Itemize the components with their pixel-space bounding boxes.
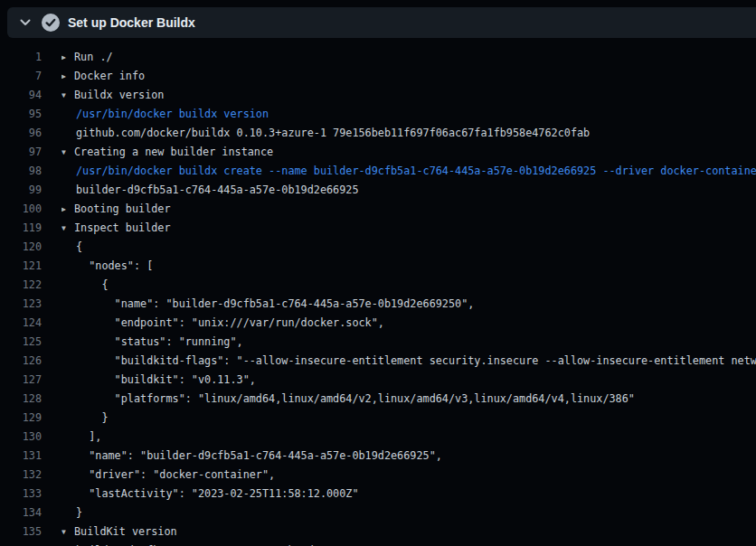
group-expanded-triangle-icon[interactable]: ▼ bbox=[61, 219, 74, 238]
line-number[interactable]: 129 bbox=[0, 409, 42, 428]
line-number[interactable]: 119 bbox=[0, 219, 42, 238]
command-text: /usr/bin/docker buildx version bbox=[61, 105, 756, 124]
log-line: 96 github.com/docker/buildx 0.10.3+azure… bbox=[0, 124, 756, 143]
line-number[interactable]: 127 bbox=[0, 371, 42, 390]
log-group-header[interactable]: ▶Docker info bbox=[61, 67, 756, 86]
log-line: 127 "buildkit": "v0.11.3", bbox=[0, 371, 756, 390]
log-line: 1 ▶Run ./ bbox=[0, 48, 756, 67]
group-title[interactable]: BuildKit version bbox=[74, 525, 177, 538]
log-line: 120 { bbox=[0, 238, 756, 257]
line-number[interactable]: 132 bbox=[0, 466, 42, 485]
log-line: 99 builder-d9cfb5a1-c764-445a-a57e-0b19d… bbox=[0, 181, 756, 200]
line-number[interactable]: 7 bbox=[0, 67, 42, 86]
line-number[interactable]: 130 bbox=[0, 428, 42, 447]
line-number[interactable]: 136 bbox=[0, 541, 42, 546]
group-title[interactable]: Run ./ bbox=[74, 51, 113, 63]
log-line: 121 "nodes": [ bbox=[0, 257, 756, 276]
line-number[interactable]: 133 bbox=[0, 485, 42, 504]
log-group-header[interactable]: ▶Run ./ bbox=[61, 48, 756, 67]
log-line: 125 "status": "running", bbox=[0, 333, 756, 352]
log-line: 135 ▼BuildKit version bbox=[0, 522, 756, 541]
success-check-icon bbox=[42, 14, 60, 32]
output-text: github.com/docker/buildx 0.10.3+azure-1 … bbox=[61, 124, 756, 143]
line-number[interactable]: 1 bbox=[0, 48, 42, 67]
line-number[interactable]: 98 bbox=[0, 162, 42, 181]
line-number[interactable]: 122 bbox=[0, 276, 42, 295]
log-area[interactable]: 1 ▶Run ./ 7 ▶Docker info 94 ▼Buildx vers… bbox=[0, 38, 756, 546]
group-expanded-triangle-icon[interactable]: ▼ bbox=[61, 86, 74, 105]
line-number[interactable]: 121 bbox=[0, 257, 42, 276]
line-number[interactable]: 123 bbox=[0, 295, 42, 314]
line-number[interactable]: 131 bbox=[0, 447, 42, 466]
log-line: 136 builder-d9cfb5a1-c764-445a-a57e-0b19… bbox=[0, 541, 756, 546]
output-text: "endpoint": "unix:///var/run/docker.sock… bbox=[61, 314, 756, 333]
line-number[interactable]: 99 bbox=[0, 181, 42, 200]
chevron-down-icon[interactable] bbox=[18, 15, 33, 30]
step-header[interactable]: Set up Docker Buildx bbox=[7, 7, 756, 38]
log-group-header[interactable]: ▼Inspect builder bbox=[61, 219, 756, 238]
output-text: } bbox=[61, 504, 756, 522]
output-text: "buildkitd-flags": "--allow-insecure-ent… bbox=[61, 352, 756, 371]
log-line: 122 { bbox=[0, 276, 756, 295]
log-line: 124 "endpoint": "unix:///var/run/docker.… bbox=[0, 314, 756, 333]
log-group-header[interactable]: ▼Buildx version bbox=[61, 86, 756, 105]
group-title[interactable]: Buildx version bbox=[74, 89, 164, 101]
line-number[interactable]: 100 bbox=[0, 200, 42, 219]
line-number[interactable]: 96 bbox=[0, 124, 42, 143]
log-line: 97 ▼Creating a new builder instance bbox=[0, 143, 756, 162]
group-title[interactable]: Inspect builder bbox=[74, 221, 171, 234]
output-text: "status": "running", bbox=[61, 333, 756, 352]
log-line: 7 ▶Docker info bbox=[0, 67, 756, 86]
log-line: 132 "driver": "docker-container", bbox=[0, 466, 756, 485]
line-number[interactable]: 128 bbox=[0, 390, 42, 409]
command-text: /usr/bin/docker buildx create --name bui… bbox=[61, 162, 756, 181]
output-text: "name": "builder-d9cfb5a1-c764-445a-a57e… bbox=[61, 447, 756, 466]
line-number[interactable]: 124 bbox=[0, 314, 42, 333]
log-line: 126 "buildkitd-flags": "--allow-insecure… bbox=[0, 352, 756, 371]
group-collapsed-triangle-icon[interactable]: ▶ bbox=[61, 67, 74, 86]
log-line: 130 ], bbox=[0, 428, 756, 447]
line-number[interactable]: 134 bbox=[0, 504, 42, 522]
output-text: "name": "builder-d9cfb5a1-c764-445a-a57e… bbox=[61, 295, 756, 314]
step-title: Set up Docker Buildx bbox=[68, 15, 195, 30]
line-number[interactable]: 97 bbox=[0, 143, 42, 162]
log-line: 98 /usr/bin/docker buildx create --name … bbox=[0, 162, 756, 181]
line-number[interactable]: 95 bbox=[0, 105, 42, 124]
log-group-header[interactable]: ▶Booting builder bbox=[61, 200, 756, 219]
log-group-header[interactable]: ▼Creating a new builder instance bbox=[61, 143, 756, 162]
output-text: "nodes": [ bbox=[61, 257, 756, 276]
log-line: 123 "name": "builder-d9cfb5a1-c764-445a-… bbox=[0, 295, 756, 314]
output-text: "driver": "docker-container", bbox=[61, 466, 756, 485]
group-expanded-triangle-icon[interactable]: ▼ bbox=[61, 522, 74, 541]
log-line: 128 "platforms": "linux/amd64,linux/amd6… bbox=[0, 390, 756, 409]
output-text: } bbox=[61, 409, 756, 428]
group-expanded-triangle-icon[interactable]: ▼ bbox=[61, 143, 74, 162]
group-title[interactable]: Docker info bbox=[74, 70, 145, 82]
log-line: 131 "name": "builder-d9cfb5a1-c764-445a-… bbox=[0, 447, 756, 466]
output-text: "lastActivity": "2023-02-25T11:58:12.000… bbox=[61, 485, 756, 504]
group-collapsed-triangle-icon[interactable]: ▶ bbox=[61, 200, 74, 219]
actions-log-viewer: Set up Docker Buildx 1 ▶Run ./ 7 ▶Docker… bbox=[0, 0, 756, 546]
line-number[interactable]: 125 bbox=[0, 333, 42, 352]
log-line: 95 /usr/bin/docker buildx version bbox=[0, 105, 756, 124]
line-number[interactable]: 135 bbox=[0, 522, 42, 541]
output-text: builder-d9cfb5a1-c764-445a-a57e-0b19d2e6… bbox=[61, 541, 756, 546]
log-line: 94 ▼Buildx version bbox=[0, 86, 756, 105]
log-line: 100 ▶Booting builder bbox=[0, 200, 756, 219]
log-line: 129 } bbox=[0, 409, 756, 428]
line-number[interactable]: 126 bbox=[0, 352, 42, 371]
log-group-header[interactable]: ▼BuildKit version bbox=[61, 522, 756, 541]
log-line: 119 ▼Inspect builder bbox=[0, 219, 756, 238]
group-title[interactable]: Creating a new builder instance bbox=[74, 146, 273, 158]
group-collapsed-triangle-icon[interactable]: ▶ bbox=[61, 48, 74, 67]
output-text: { bbox=[61, 238, 756, 257]
output-text: "buildkit": "v0.11.3", bbox=[61, 371, 756, 390]
log-line: 133 "lastActivity": "2023-02-25T11:58:12… bbox=[0, 485, 756, 504]
line-number[interactable]: 120 bbox=[0, 238, 42, 257]
output-text: ], bbox=[61, 428, 756, 447]
group-title[interactable]: Booting builder bbox=[74, 202, 171, 215]
output-text: builder-d9cfb5a1-c764-445a-a57e-0b19d2e6… bbox=[61, 181, 756, 200]
output-text: "platforms": "linux/amd64,linux/amd64/v2… bbox=[61, 390, 756, 409]
line-number[interactable]: 94 bbox=[0, 86, 42, 105]
output-text: { bbox=[61, 276, 756, 295]
